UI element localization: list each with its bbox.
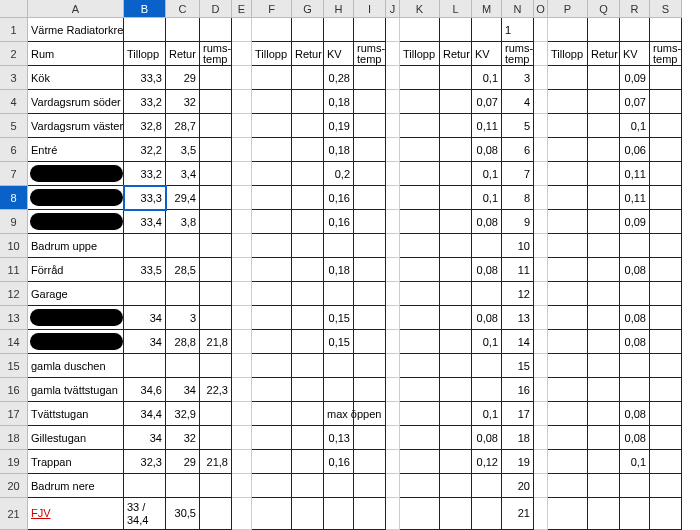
col-header-E[interactable]: E xyxy=(232,0,252,18)
cell-B15[interactable] xyxy=(124,354,166,378)
cell-I10[interactable] xyxy=(354,234,386,258)
cell-N21[interactable]: 21 xyxy=(502,498,534,530)
cell-R18[interactable]: 0,08 xyxy=(620,426,650,450)
cell-G14[interactable] xyxy=(292,330,324,354)
cell-Q5[interactable] xyxy=(588,114,620,138)
cell-B19[interactable]: 32,3 xyxy=(124,450,166,474)
cell-G4[interactable] xyxy=(292,90,324,114)
cell-S7[interactable] xyxy=(650,162,682,186)
col-header-S[interactable]: S xyxy=(650,0,682,18)
cell-O8[interactable] xyxy=(534,186,548,210)
cell-E12[interactable] xyxy=(232,282,252,306)
cell-L6[interactable] xyxy=(440,138,472,162)
cell-K15[interactable] xyxy=(400,354,440,378)
cell-C10[interactable] xyxy=(166,234,200,258)
cell-E11[interactable] xyxy=(232,258,252,282)
cell-F10[interactable] xyxy=(252,234,292,258)
cell-G15[interactable] xyxy=(292,354,324,378)
cell-J18[interactable] xyxy=(386,426,400,450)
cell-O18[interactable] xyxy=(534,426,548,450)
cell-E4[interactable] xyxy=(232,90,252,114)
cell-G5[interactable] xyxy=(292,114,324,138)
cell-J11[interactable] xyxy=(386,258,400,282)
cell-H10[interactable] xyxy=(324,234,354,258)
cell-P13[interactable] xyxy=(548,306,588,330)
cell-S5[interactable] xyxy=(650,114,682,138)
row-header-3[interactable]: 3 xyxy=(0,66,28,90)
cell-L21[interactable] xyxy=(440,498,472,530)
cell-K9[interactable] xyxy=(400,210,440,234)
grid[interactable]: Värme Radiatorkrets1RumTilloppReturrums-… xyxy=(28,18,682,530)
cell-O21[interactable] xyxy=(534,498,548,530)
cell-N9[interactable]: 9 xyxy=(502,210,534,234)
row-header-16[interactable]: 16 xyxy=(0,378,28,402)
col-header-P[interactable]: P xyxy=(548,0,588,18)
cell-G12[interactable] xyxy=(292,282,324,306)
cell-H7[interactable]: 0,2 xyxy=(324,162,354,186)
cell-R16[interactable] xyxy=(620,378,650,402)
cell-K20[interactable] xyxy=(400,474,440,498)
cell-C21[interactable]: 30,5 xyxy=(166,498,200,530)
cell-B8[interactable]: 33,3 xyxy=(124,186,166,210)
cell-F7[interactable] xyxy=(252,162,292,186)
cell-G19[interactable] xyxy=(292,450,324,474)
cell-H4[interactable]: 0,18 xyxy=(324,90,354,114)
cell-O5[interactable] xyxy=(534,114,548,138)
cell-S14[interactable] xyxy=(650,330,682,354)
cell-B11[interactable]: 33,5 xyxy=(124,258,166,282)
cell-H17[interactable]: max öppen xyxy=(324,402,354,426)
cell-B21[interactable]: 33 / 34,4 xyxy=(124,498,166,530)
cell-O14[interactable] xyxy=(534,330,548,354)
cell-H11[interactable]: 0,18 xyxy=(324,258,354,282)
cell-I13[interactable] xyxy=(354,306,386,330)
cell-I5[interactable] xyxy=(354,114,386,138)
cell-Q6[interactable] xyxy=(588,138,620,162)
cell-A16[interactable]: gamla tvättstugan xyxy=(28,378,124,402)
cell-I11[interactable] xyxy=(354,258,386,282)
cell-L9[interactable] xyxy=(440,210,472,234)
cell-B14[interactable]: 34 xyxy=(124,330,166,354)
col-header-C[interactable]: C xyxy=(166,0,200,18)
cell-B2[interactable]: Tillopp xyxy=(124,42,166,66)
cell-F2[interactable]: Tillopp xyxy=(252,42,292,66)
cell-F16[interactable] xyxy=(252,378,292,402)
cell-S18[interactable] xyxy=(650,426,682,450)
cell-G8[interactable] xyxy=(292,186,324,210)
cell-M12[interactable] xyxy=(472,282,502,306)
cell-G10[interactable] xyxy=(292,234,324,258)
cell-F9[interactable] xyxy=(252,210,292,234)
col-header-L[interactable]: L xyxy=(440,0,472,18)
cell-L1[interactable] xyxy=(440,18,472,42)
cell-J14[interactable] xyxy=(386,330,400,354)
cell-N8[interactable]: 8 xyxy=(502,186,534,210)
cell-C9[interactable]: 3,8 xyxy=(166,210,200,234)
cell-A10[interactable]: Badrum uppe xyxy=(28,234,124,258)
cell-L17[interactable] xyxy=(440,402,472,426)
cell-R1[interactable] xyxy=(620,18,650,42)
cell-I20[interactable] xyxy=(354,474,386,498)
row-header-19[interactable]: 19 xyxy=(0,450,28,474)
cell-K16[interactable] xyxy=(400,378,440,402)
cell-D21[interactable] xyxy=(200,498,232,530)
cell-D3[interactable] xyxy=(200,66,232,90)
cell-M16[interactable] xyxy=(472,378,502,402)
cell-M11[interactable]: 0,08 xyxy=(472,258,502,282)
cell-I14[interactable] xyxy=(354,330,386,354)
cell-O3[interactable] xyxy=(534,66,548,90)
cell-O2[interactable] xyxy=(534,42,548,66)
cell-E14[interactable] xyxy=(232,330,252,354)
cell-J15[interactable] xyxy=(386,354,400,378)
cell-K4[interactable] xyxy=(400,90,440,114)
cell-N12[interactable]: 12 xyxy=(502,282,534,306)
cell-F3[interactable] xyxy=(252,66,292,90)
row-header-17[interactable]: 17 xyxy=(0,402,28,426)
row-header-2[interactable]: 2 xyxy=(0,42,28,66)
cell-G1[interactable] xyxy=(292,18,324,42)
cell-I9[interactable] xyxy=(354,210,386,234)
cell-I12[interactable] xyxy=(354,282,386,306)
row-header-5[interactable]: 5 xyxy=(0,114,28,138)
cell-J4[interactable] xyxy=(386,90,400,114)
cell-E9[interactable] xyxy=(232,210,252,234)
cell-K12[interactable] xyxy=(400,282,440,306)
row-header-8[interactable]: 8 xyxy=(0,186,28,210)
